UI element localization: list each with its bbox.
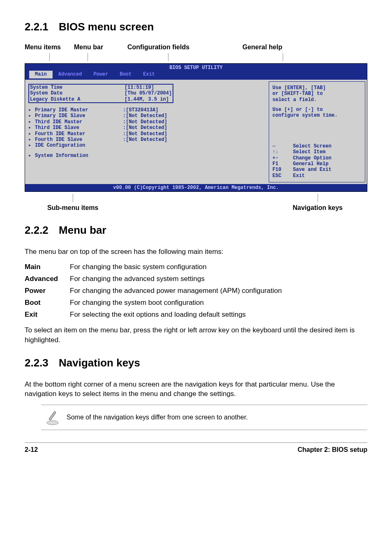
menubar-select: To select an item on the menu bar, press… [25,325,367,345]
bios-top-group: System Time [11:51:19] System Date [Thu … [28,84,173,103]
key-legacy: Legacy Diskette A [30,97,125,102]
caret-icon: ▸ [28,153,35,159]
heading-222-title: Menu bar [59,224,106,236]
bios-body: System Time [11:51:19] System Date [Thu … [25,80,367,184]
heading-223: 2.2.3 Navigation keys [25,357,367,369]
bios-title: BIOS SETUP UTILITY [25,65,367,71]
tab-boot[interactable]: Boot [114,71,137,78]
label-nav-keys: Navigation keys [293,194,343,212]
val-legacy: [1.44M, 3.5 in] [125,97,172,102]
label-sub-menu: Sub-menu items [47,194,98,212]
row-third-ide-slave[interactable]: ▸Third IDE Slave :[Not Detected] [28,125,265,131]
nav-general-help: F1General Help [272,161,362,167]
help-line-3: select a field. [272,97,362,103]
note-box: Some of the navigation keys differ from … [41,405,367,430]
key-system-date: System Date [30,90,125,96]
def-exit: Exit For selecting the exit options and … [25,310,367,320]
caret-icon: ▸ [28,131,35,137]
page-footer: 2-12 Chapter 2: BIOS setup [25,442,367,454]
top-labels: Menu items Menu bar Configuration fields… [25,44,367,61]
caret-icon: ▸ [28,119,35,125]
val-system-date: [Thu 05/07/2004] [125,90,172,96]
heading-223-num: 2.2.3 [25,357,48,369]
bios-help-text: Use [ENTER], [TAB] or [SHIFT-TAB] to sel… [272,85,362,119]
def-main: Main For changing the basic system confi… [25,263,367,272]
pencil-note-icon [44,409,61,426]
help-line-2: or [SHIFT-TAB] to [272,91,362,97]
def-advanced: Advanced For changing the advanced syste… [25,274,367,284]
label-general-help: General help [242,44,304,61]
heading-221-num: 2.2.1 [25,21,48,33]
caret-icon: ▸ [28,143,35,148]
row-system-time[interactable]: System Time [11:51:19] [30,85,172,90]
val-pri-master: :[ST320413A] [123,107,265,113]
bottom-labels: Sub-menu items Navigation keys [25,194,367,212]
nav-select-screen: ↔Select Screen [272,143,362,149]
menubar-definition-list: Main For changing the basic system confi… [25,263,367,320]
heading-223-title: Navigation keys [59,357,140,369]
row-fourth-ide-master[interactable]: ▸Fourth IDE Master :[Not Detected] [28,131,265,137]
caret-icon: ▸ [28,113,35,119]
val-pri-slave: :[Not Detected] [123,113,265,119]
val-fo-slave: :[Not Detected] [123,137,265,143]
label-menu-items: Menu items [25,44,74,61]
caret-icon: ▸ [28,125,35,131]
menubar-intro: The menu bar on top of the screen has th… [25,247,367,257]
heading-221: 2.2.1 BIOS menu screen [25,21,367,33]
heading-222-num: 2.2.2 [25,224,48,236]
bios-diagram: Menu items Menu bar Configuration fields… [25,44,367,212]
val-system-time: [11:51:19] [125,85,172,90]
help-line-4: Use [+] or [-] to [272,107,362,113]
def-boot: Boot For changing the system boot config… [25,298,367,308]
caret-icon: ▸ [28,107,35,113]
tab-main[interactable]: Main [29,71,53,78]
note-text: Some of the navigation keys differ from … [67,414,248,421]
nav-change-option: +-Change Option [272,155,362,161]
caret-icon: ▸ [28,137,35,143]
heading-221-title: BIOS menu screen [59,21,154,33]
svg-point-0 [47,421,58,425]
navkeys-body: At the bottom right corner of a menu scr… [25,380,367,399]
bios-nav-keys: ↔Select Screen ↑↓Select Item +-Change Op… [272,143,362,179]
footer-page: 2-12 [25,446,38,454]
key-system-time: System Time [30,85,125,90]
label-config-fields: Configuration fields [127,44,218,61]
row-legacy-diskette[interactable]: Legacy Diskette A [1.44M, 3.5 in] [30,97,172,102]
row-primary-ide-master[interactable]: ▸Primary IDE Master :[ST320413A] [28,107,265,113]
val-fo-master: :[Not Detected] [123,131,265,137]
tab-exit[interactable]: Exit [137,71,161,78]
row-system-info[interactable]: ▸System Information [28,153,265,159]
label-menu-bar: Menu bar [74,44,119,61]
nav-save-exit: F10Save and Exit [272,167,362,173]
heading-222: 2.2.2 Menu bar [25,224,367,237]
row-fourth-ide-slave[interactable]: ▸Fourth IDE Slave :[Not Detected] [28,137,265,143]
nav-exit: ESCExit [272,173,362,179]
bios-footer: v00.00 (C)Copyright 1985-2002, American … [25,184,367,191]
nav-select-item: ↑↓Select Item [272,149,362,155]
def-power: Power For changing the advanced power ma… [25,286,367,296]
help-line-5: configure system time. [272,113,362,118]
help-line-1: Use [ENTER], [TAB] [272,85,362,91]
row-third-ide-master[interactable]: ▸Third IDE Master :[Not Detected] [28,119,265,125]
svg-rect-1 [49,411,56,421]
row-system-date[interactable]: System Date [Thu 05/07/2004] [30,90,172,96]
bios-tabs: Main Advanced Power Boot Exit [25,71,367,78]
bios-right-panel: Use [ENTER], [TAB] or [SHIFT-TAB] to sel… [269,81,365,182]
footer-chapter: Chapter 2: BIOS setup [297,446,367,454]
bios-left-panel: System Time [11:51:19] System Date [Thu … [25,80,269,184]
val-th-slave: :[Not Detected] [123,125,265,131]
row-ide-config[interactable]: ▸IDE Configuration [28,143,265,148]
bios-titlebar: BIOS SETUP UTILITY Main Advanced Power B… [25,64,367,80]
tab-advanced[interactable]: Advanced [53,71,88,78]
row-primary-ide-slave[interactable]: ▸Primary IDE Slave :[Not Detected] [28,113,265,119]
bios-window: BIOS SETUP UTILITY Main Advanced Power B… [25,63,367,192]
tab-power[interactable]: Power [88,71,114,78]
val-th-master: :[Not Detected] [123,119,265,125]
